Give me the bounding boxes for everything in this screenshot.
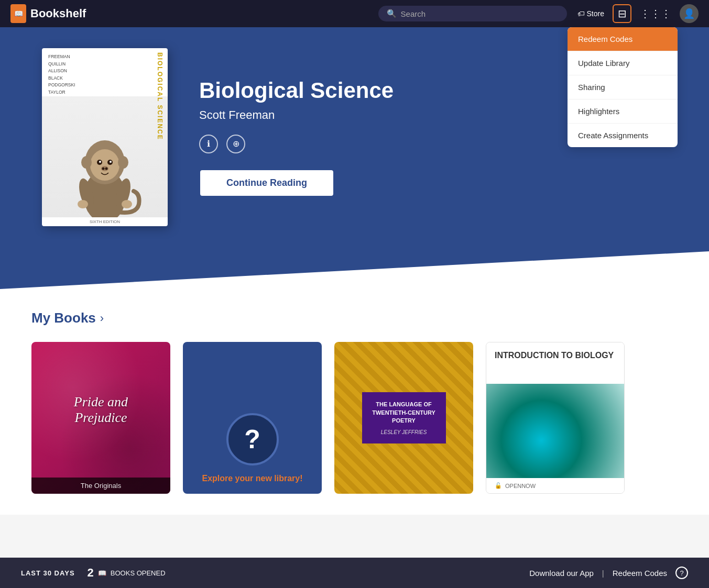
continue-reading-button[interactable]: Continue Reading: [199, 169, 334, 197]
grid-button[interactable]: ⋮⋮⋮: [640, 7, 671, 20]
dropdown-item-redeem[interactable]: Redeem Codes: [568, 27, 678, 51]
monkey-illustration: [68, 113, 141, 217]
opennow-badge: 🔓 OPENNOW: [495, 482, 616, 489]
book-cover-image: [42, 96, 168, 217]
dropdown-item-update-library[interactable]: Update Library: [568, 51, 678, 75]
count-number: 2: [88, 566, 94, 580]
dropdown-item-create-assignments[interactable]: Create Assignments: [568, 124, 678, 147]
svg-point-5: [99, 161, 101, 163]
header-actions: 🏷 Store ⊟ ⋮⋮⋮ 👤: [577, 4, 699, 23]
svg-point-6: [110, 161, 112, 163]
question-icon: ?: [226, 413, 279, 465]
book-card-footer: 🔓 OPENNOW: [486, 478, 624, 493]
search-book-button[interactable]: ⊕: [226, 135, 245, 153]
search-icon: 🔍: [387, 9, 397, 18]
featured-book-cover[interactable]: FREEMANQUILLINALLISONBLACKPODGORSKITAYLO…: [42, 48, 168, 226]
logo-icon: 📖: [10, 4, 26, 23]
opennow-icon: 🔓: [495, 482, 502, 489]
svg-point-10: [81, 156, 92, 169]
books-label: BOOKS OPENED: [111, 569, 166, 577]
redeem-icon-button[interactable]: ⊟: [613, 4, 631, 23]
help-button[interactable]: ?: [675, 567, 688, 579]
book-card-pride-prejudice[interactable]: Pride andPrejudice The Originals: [31, 342, 170, 494]
book-card-explore[interactable]: ? Explore your new library!: [183, 342, 322, 494]
info-icon-button[interactable]: ℹ: [199, 135, 218, 153]
poetry-author: LESLEY JEFFRIES: [370, 429, 438, 435]
search-placeholder: Search: [401, 9, 426, 18]
book-card-center: THE LANGUAGE OF TWENTIETH-CENTURY POETRY…: [362, 392, 446, 443]
svg-point-15: [122, 200, 132, 208]
explore-text: Explore your new library!: [202, 474, 302, 483]
footer: LAST 30 DAYS 2 📖 BOOKS OPENED Download o…: [0, 558, 709, 588]
svg-point-9: [105, 168, 108, 170]
biology-cover-image: [486, 384, 624, 478]
book-icon: 📖: [98, 569, 106, 577]
period-label: LAST 30 DAYS: [21, 569, 75, 577]
app-title: Bookshelf: [30, 7, 86, 20]
book-card-content: INTRODUCTION TO BIOLOGY: [486, 342, 624, 384]
book-card-biology[interactable]: INTRODUCTION TO BIOLOGY 🔓 OPENNOW: [486, 342, 625, 494]
section-header: My Books ›: [31, 310, 678, 326]
app-logo[interactable]: 📖 Bookshelf: [10, 4, 86, 23]
poetry-title: THE LANGUAGE OF TWENTIETH-CENTURY POETRY: [370, 401, 438, 425]
book-card-title: Pride andPrejudice: [63, 384, 138, 436]
store-label: Store: [587, 9, 604, 18]
dropdown-item-highlighters[interactable]: Highlighters: [568, 99, 678, 124]
store-button[interactable]: 🏷 Store: [577, 9, 604, 18]
svg-point-14: [78, 200, 88, 208]
biology-title: INTRODUCTION TO BIOLOGY: [495, 351, 616, 360]
svg-point-11: [118, 156, 128, 169]
my-books-section: My Books › Pride andPrejudice The Origin…: [0, 289, 709, 515]
header: 📖 Bookshelf 🔍 Search 🏷 Store ⊟ ⋮⋮⋮ 👤 Red…: [0, 0, 709, 27]
book-spine-title: BIOLOGICAL SCIENCE: [156, 52, 163, 147]
search-bar[interactable]: 🔍 Search: [378, 6, 567, 21]
tag-icon: 🏷: [577, 9, 585, 18]
section-title: My Books: [31, 310, 96, 326]
footer-links: Download our App | Redeem Codes ?: [529, 567, 688, 579]
profile-button[interactable]: 👤: [680, 4, 699, 23]
opennow-text: OPENNOW: [505, 483, 536, 489]
book-cover-authors: FREEMANQUILLINALLISONBLACKPODGORSKITAYLO…: [48, 53, 161, 96]
book-card-pattern: THE LANGUAGE OF TWENTIETH-CENTURY POETRY…: [334, 342, 473, 494]
book-card-poetry[interactable]: THE LANGUAGE OF TWENTIETH-CENTURY POETRY…: [334, 342, 473, 494]
dropdown-menu: Redeem Codes Update Library Sharing High…: [568, 27, 678, 147]
footer-stats: LAST 30 DAYS 2 📖 BOOKS OPENED: [21, 566, 166, 580]
download-app-link[interactable]: Download our App: [529, 569, 594, 578]
svg-point-2: [90, 149, 119, 181]
footer-redeem-link[interactable]: Redeem Codes: [613, 569, 667, 578]
dropdown-item-sharing[interactable]: Sharing: [568, 75, 678, 99]
section-arrow[interactable]: ›: [100, 312, 104, 325]
books-grid: Pride andPrejudice The Originals ? Explo…: [31, 342, 678, 494]
book-edition: SIXTH EDITION: [42, 217, 168, 226]
svg-point-8: [102, 168, 105, 170]
books-count: 2 📖 BOOKS OPENED: [88, 566, 166, 580]
